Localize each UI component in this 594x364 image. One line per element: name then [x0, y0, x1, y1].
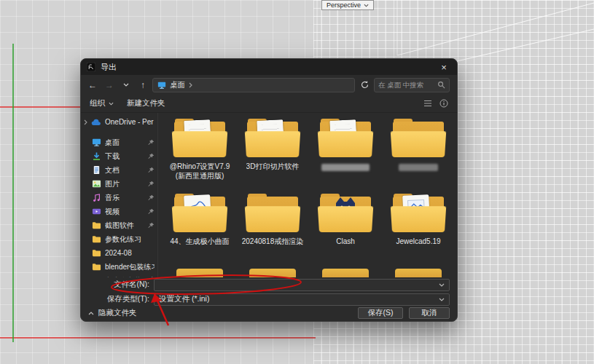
- breadcrumb[interactable]: 桌面: [170, 80, 185, 90]
- rhino-app-icon: [87, 63, 95, 71]
- pin-icon: [147, 139, 155, 146]
- sidebar-item-label: 视频: [105, 207, 144, 217]
- refresh-icon: [360, 80, 370, 90]
- file-name: Jewelcad5.19: [396, 237, 440, 246]
- viewport-tab-perspective[interactable]: Perspective: [321, 0, 374, 10]
- sidebar-item-label: 截图软件: [105, 221, 144, 231]
- sidebar-item-blender-practice[interactable]: blender包装练习: [81, 260, 157, 274]
- file-tile-3d-print-slicer[interactable]: 3D打印切片软件: [236, 119, 309, 194]
- folder-icon: [172, 119, 227, 158]
- sidebar-item-onedrive[interactable]: OneDrive - Per: [81, 115, 157, 129]
- censored-file-name: [321, 164, 370, 171]
- filetype-row: 保存类型(T): 设置文件 (*.ini): [81, 292, 457, 306]
- address-bar[interactable]: 桌面: [152, 78, 355, 92]
- folder-peek: [322, 269, 369, 277]
- filetype-label: 保存类型(T):: [88, 294, 149, 304]
- up-button[interactable]: ↑: [136, 78, 150, 92]
- filename-label: 文件名(N):: [88, 280, 149, 290]
- search-input[interactable]: [378, 81, 437, 89]
- sidebar-item-label: 2024-08: [105, 249, 155, 257]
- history-dropdown-button[interactable]: [119, 78, 133, 92]
- folder-icon: [245, 194, 300, 233]
- sidebar-item-pictures[interactable]: 图片: [81, 177, 157, 191]
- download-icon: [91, 151, 101, 162]
- filename-input[interactable]: [159, 280, 434, 289]
- folder-icon: [245, 119, 300, 158]
- sidebar-item-parametric-practice[interactable]: 参数化练习: [81, 232, 157, 246]
- chevron-right-icon: [189, 82, 192, 88]
- search-icon: [437, 81, 445, 89]
- pin-icon: [147, 208, 155, 215]
- file-tile-rhino-settings[interactable]: @Rhino7设置V7.9 (新西里通用版): [163, 119, 236, 194]
- sidebar-item-label: 参数化练习: [105, 234, 155, 245]
- export-dialog: 导出 × ← → ↑ 桌面 组织: [80, 58, 458, 322]
- chevron-down-icon: [123, 83, 129, 87]
- filename-combobox[interactable]: [154, 279, 450, 291]
- sidebar-item-music[interactable]: 音乐: [81, 191, 157, 205]
- dialog-titlebar[interactable]: 导出 ×: [81, 59, 457, 75]
- hide-folders-label: 隐藏文件夹: [98, 308, 137, 318]
- filename-row: 文件名(N):: [81, 277, 457, 292]
- chevron-down-icon: [109, 102, 114, 106]
- cancel-button[interactable]: 取消: [409, 307, 450, 319]
- sidebar-item-videos[interactable]: 视频: [81, 205, 157, 218]
- sidebar-item-downloads[interactable]: 下载: [81, 149, 157, 163]
- file-tile-clash[interactable]: Clash: [309, 194, 382, 269]
- filetype-combobox[interactable]: 设置文件 (*.ini): [154, 293, 450, 306]
- filetype-value: 设置文件 (*.ini): [159, 294, 434, 304]
- folder-icon: [91, 262, 101, 272]
- sidebar-item-label: 音乐: [105, 193, 144, 203]
- sidebar: OneDrive - Per 桌面 下载 文档: [81, 113, 158, 277]
- save-button[interactable]: 保存(S): [358, 307, 403, 319]
- new-folder-button[interactable]: 新建文件夹: [127, 98, 165, 108]
- refresh-button[interactable]: [357, 78, 372, 92]
- chevron-down-icon[interactable]: [439, 298, 445, 301]
- organize-button[interactable]: 组织: [90, 98, 114, 108]
- chevron-down-icon: [364, 4, 369, 7]
- dialog-title: 导出: [101, 62, 117, 73]
- file-list: @Rhino7设置V7.9 (新西里通用版) 3D打印切片软件: [158, 113, 457, 277]
- sidebar-item-label: blender包装练习: [105, 262, 155, 272]
- info-icon[interactable]: [439, 99, 448, 108]
- viewport-tab-label: Perspective: [327, 1, 361, 9]
- file-tile-ring-render[interactable]: 20240818戒指渲染: [236, 194, 309, 269]
- chevron-down-icon[interactable]: [439, 283, 445, 287]
- folder-peek: [249, 269, 296, 277]
- folder-icon: [91, 234, 101, 245]
- sidebar-item-screenshot-software[interactable]: 截图软件: [81, 218, 157, 232]
- sidebar-item-label: 下载: [105, 151, 144, 162]
- sidebar-item-documents[interactable]: 文档: [81, 163, 157, 177]
- dialog-content: OneDrive - Per 桌面 下载 文档: [81, 113, 457, 277]
- file-name: 20240818戒指渲染: [242, 237, 304, 246]
- hide-folders-button[interactable]: 隐藏文件夹: [88, 308, 137, 318]
- search-box[interactable]: [374, 78, 450, 92]
- sidebar-item-2024-08[interactable]: 2024-08: [81, 246, 157, 260]
- dialog-command-bar: 组织 新建文件夹: [81, 95, 457, 113]
- censored-file-name: [399, 164, 438, 171]
- rhino-viewport: Perspective 导出 × ← → ↑ 桌面: [0, 0, 594, 364]
- file-tile-minimal-surface[interactable]: 44、生成极小曲面: [163, 194, 236, 269]
- videos-icon: [91, 207, 101, 217]
- pictures-icon: [91, 179, 101, 189]
- file-name: Clash: [336, 237, 355, 246]
- close-button[interactable]: ×: [431, 59, 457, 75]
- view-options: [423, 99, 448, 108]
- chevron-right-icon: [84, 119, 87, 125]
- sidebar-item-label: 桌面: [105, 138, 144, 148]
- folder-icon: [391, 194, 446, 233]
- back-button[interactable]: ←: [85, 78, 100, 92]
- file-tile-censored-2[interactable]: [382, 119, 455, 194]
- list-view-icon[interactable]: [423, 99, 432, 108]
- sidebar-item-desktop[interactable]: 桌面: [81, 135, 157, 149]
- file-tile-jewelcad[interactable]: Jewelcad5.19: [382, 194, 455, 269]
- folder-icon: [172, 194, 227, 233]
- folder-peek: [176, 269, 223, 277]
- pin-icon: [147, 222, 155, 229]
- chevron-up-icon: [88, 312, 94, 315]
- new-folder-label: 新建文件夹: [127, 98, 165, 108]
- pin-icon: [147, 167, 155, 174]
- sidebar-item-label: 文档: [105, 165, 144, 175]
- file-tile-censored-1[interactable]: [309, 119, 382, 194]
- pin-icon: [147, 194, 155, 202]
- forward-button[interactable]: →: [102, 78, 117, 92]
